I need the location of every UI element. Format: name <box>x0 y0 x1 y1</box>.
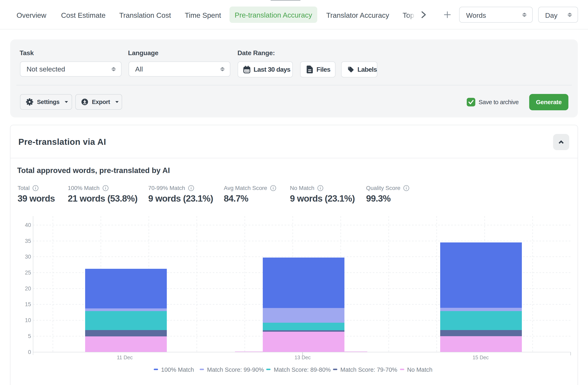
svg-text:25: 25 <box>25 270 31 276</box>
svg-text:40: 40 <box>25 222 31 228</box>
svg-text:0: 0 <box>28 349 31 355</box>
svg-text:Match Score: 99-90%: Match Score: 99-90% <box>207 366 264 373</box>
svg-text:15: 15 <box>25 301 31 307</box>
svg-text:11 Dec: 11 Dec <box>117 355 132 360</box>
svg-text:35: 35 <box>25 238 31 244</box>
svg-text:No Match: No Match <box>407 366 432 373</box>
svg-text:100% Match: 100% Match <box>161 366 194 373</box>
svg-text:5: 5 <box>28 333 31 339</box>
svg-text:Match Score: 89-80%: Match Score: 89-80% <box>274 366 331 373</box>
svg-text:Match Score: 79-70%: Match Score: 79-70% <box>340 366 397 373</box>
svg-text:30: 30 <box>25 254 31 260</box>
svg-text:20: 20 <box>25 285 31 292</box>
svg-text:15 Dec: 15 Dec <box>472 355 489 360</box>
svg-text:10: 10 <box>25 317 31 323</box>
